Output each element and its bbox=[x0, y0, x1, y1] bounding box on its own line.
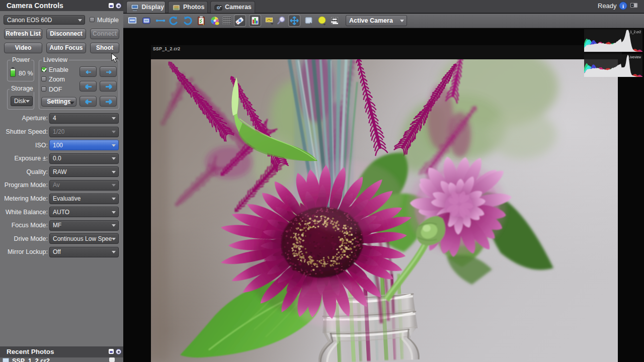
svg-text:i: i bbox=[622, 3, 624, 9]
svg-text:P_1_2.cr2: P_1_2.cr2 bbox=[626, 30, 641, 34]
svg-text:Liveview: Liveview bbox=[628, 55, 641, 59]
